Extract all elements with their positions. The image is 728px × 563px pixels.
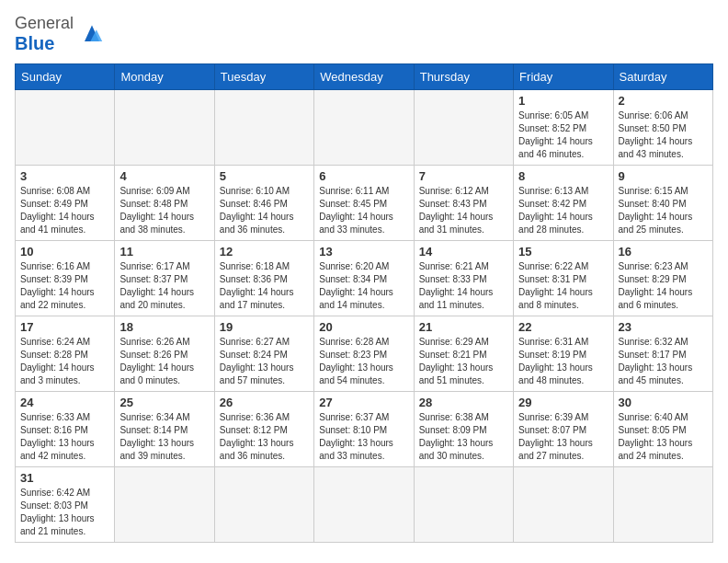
calendar-cell [613,466,712,542]
page-header: General Blue [15,15,713,54]
calendar-cell [314,89,414,165]
logo-general: General [15,14,74,32]
day-info: Sunrise: 6:08 AMSunset: 8:49 PMDaylight:… [20,185,109,236]
day-info: Sunrise: 6:16 AMSunset: 8:39 PMDaylight:… [20,260,109,312]
day-number: 27 [319,396,408,409]
day-number: 11 [119,245,209,259]
day-info: Sunrise: 6:31 AMSunset: 8:19 PMDaylight:… [518,336,608,387]
day-number: 28 [419,396,508,409]
calendar-cell: 31Sunrise: 6:42 AMSunset: 8:03 PMDayligh… [16,466,115,542]
day-info: Sunrise: 6:32 AMSunset: 8:17 PMDaylight:… [619,336,708,387]
day-number: 18 [119,320,209,334]
day-number: 12 [220,245,309,259]
day-info: Sunrise: 6:26 AMSunset: 8:26 PMDaylight:… [119,336,209,387]
week-row: 24Sunrise: 6:33 AMSunset: 8:16 PMDayligh… [16,391,713,466]
calendar-cell: 1Sunrise: 6:05 AMSunset: 8:52 PMDaylight… [514,89,613,165]
day-info: Sunrise: 6:37 AMSunset: 8:10 PMDaylight:… [319,411,408,463]
day-info: Sunrise: 6:18 AMSunset: 8:36 PMDaylight:… [220,260,309,312]
weekday-header: Friday [514,63,613,89]
day-number: 31 [20,471,109,485]
calendar-cell: 25Sunrise: 6:34 AMSunset: 8:14 PMDayligh… [115,391,214,466]
calendar-cell: 4Sunrise: 6:09 AMSunset: 8:48 PMDaylight… [115,165,214,240]
calendar-cell: 29Sunrise: 6:39 AMSunset: 8:07 PMDayligh… [514,391,613,466]
day-info: Sunrise: 6:34 AMSunset: 8:14 PMDaylight:… [119,411,209,463]
day-info: Sunrise: 6:13 AMSunset: 8:42 PMDaylight:… [518,185,608,236]
day-number: 7 [419,169,508,183]
day-number: 5 [220,169,309,183]
calendar-cell [314,466,414,542]
day-number: 8 [518,169,608,183]
day-info: Sunrise: 6:29 AMSunset: 8:21 PMDaylight:… [419,336,508,387]
weekday-header: Saturday [613,63,712,89]
calendar-cell: 11Sunrise: 6:17 AMSunset: 8:37 PMDayligh… [115,240,214,316]
day-info: Sunrise: 6:23 AMSunset: 8:29 PMDaylight:… [619,260,708,312]
day-info: Sunrise: 6:42 AMSunset: 8:03 PMDaylight:… [20,487,109,538]
day-number: 6 [319,169,408,183]
day-info: Sunrise: 6:27 AMSunset: 8:24 PMDaylight:… [220,336,309,387]
calendar-cell [414,466,513,542]
day-number: 19 [220,320,309,334]
calendar-cell [214,466,313,542]
day-info: Sunrise: 6:06 AMSunset: 8:50 PMDaylight:… [619,109,708,161]
calendar-cell: 24Sunrise: 6:33 AMSunset: 8:16 PMDayligh… [16,391,115,466]
day-info: Sunrise: 6:05 AMSunset: 8:52 PMDaylight:… [518,109,608,161]
calendar-cell: 23Sunrise: 6:32 AMSunset: 8:17 PMDayligh… [613,316,712,391]
day-number: 25 [119,396,209,409]
calendar-cell [214,89,313,165]
calendar-cell: 10Sunrise: 6:16 AMSunset: 8:39 PMDayligh… [16,240,115,316]
calendar-cell [414,89,513,165]
calendar-cell [514,466,613,542]
day-number: 10 [20,245,109,259]
weekday-header: Sunday [16,63,115,89]
day-info: Sunrise: 6:10 AMSunset: 8:46 PMDaylight:… [220,185,309,236]
week-row: 10Sunrise: 6:16 AMSunset: 8:39 PMDayligh… [16,240,713,316]
day-info: Sunrise: 6:40 AMSunset: 8:05 PMDaylight:… [619,411,708,463]
calendar-cell: 3Sunrise: 6:08 AMSunset: 8:49 PMDaylight… [16,165,115,240]
calendar-cell: 5Sunrise: 6:10 AMSunset: 8:46 PMDaylight… [214,165,313,240]
day-number: 29 [518,396,608,409]
calendar-cell: 6Sunrise: 6:11 AMSunset: 8:45 PMDaylight… [314,165,414,240]
day-info: Sunrise: 6:11 AMSunset: 8:45 PMDaylight:… [319,185,408,236]
day-number: 3 [20,169,109,183]
logo: General Blue [15,15,107,54]
weekday-header: Wednesday [314,63,414,89]
calendar-cell: 12Sunrise: 6:18 AMSunset: 8:36 PMDayligh… [214,240,313,316]
week-row: 17Sunrise: 6:24 AMSunset: 8:28 PMDayligh… [16,316,713,391]
day-number: 20 [319,320,408,334]
day-info: Sunrise: 6:12 AMSunset: 8:43 PMDaylight:… [419,185,508,236]
logo-blue: Blue [15,33,54,53]
day-number: 16 [619,245,708,259]
day-info: Sunrise: 6:20 AMSunset: 8:34 PMDaylight:… [319,260,408,312]
calendar-cell: 9Sunrise: 6:15 AMSunset: 8:40 PMDaylight… [613,165,712,240]
day-info: Sunrise: 6:09 AMSunset: 8:48 PMDaylight:… [119,185,209,236]
day-info: Sunrise: 6:33 AMSunset: 8:16 PMDaylight:… [20,411,109,463]
calendar-cell: 17Sunrise: 6:24 AMSunset: 8:28 PMDayligh… [16,316,115,391]
calendar-table: SundayMondayTuesdayWednesdayThursdayFrid… [15,63,713,543]
day-info: Sunrise: 6:36 AMSunset: 8:12 PMDaylight:… [220,411,309,463]
week-row: 1Sunrise: 6:05 AMSunset: 8:52 PMDaylight… [16,89,713,165]
calendar-cell [16,89,115,165]
week-row: 31Sunrise: 6:42 AMSunset: 8:03 PMDayligh… [16,466,713,542]
day-number: 23 [619,320,708,334]
calendar-cell: 14Sunrise: 6:21 AMSunset: 8:33 PMDayligh… [414,240,513,316]
day-info: Sunrise: 6:39 AMSunset: 8:07 PMDaylight:… [518,411,608,463]
logo-icon [77,19,107,49]
weekday-header: Monday [115,63,214,89]
calendar-cell: 15Sunrise: 6:22 AMSunset: 8:31 PMDayligh… [514,240,613,316]
calendar-cell: 8Sunrise: 6:13 AMSunset: 8:42 PMDaylight… [514,165,613,240]
day-info: Sunrise: 6:38 AMSunset: 8:09 PMDaylight:… [419,411,508,463]
day-info: Sunrise: 6:17 AMSunset: 8:37 PMDaylight:… [119,260,209,312]
day-number: 9 [619,169,708,183]
calendar-cell: 18Sunrise: 6:26 AMSunset: 8:26 PMDayligh… [115,316,214,391]
day-number: 15 [518,245,608,259]
day-number: 13 [319,245,408,259]
calendar-cell: 28Sunrise: 6:38 AMSunset: 8:09 PMDayligh… [414,391,513,466]
day-number: 2 [619,94,708,108]
day-info: Sunrise: 6:21 AMSunset: 8:33 PMDaylight:… [419,260,508,312]
day-number: 14 [419,245,508,259]
day-info: Sunrise: 6:22 AMSunset: 8:31 PMDaylight:… [518,260,608,312]
logo-text: General Blue [15,15,74,54]
calendar-cell: 7Sunrise: 6:12 AMSunset: 8:43 PMDaylight… [414,165,513,240]
day-number: 1 [518,94,608,108]
calendar-page: General Blue SundayMondayTuesdayWednesda… [0,0,728,552]
